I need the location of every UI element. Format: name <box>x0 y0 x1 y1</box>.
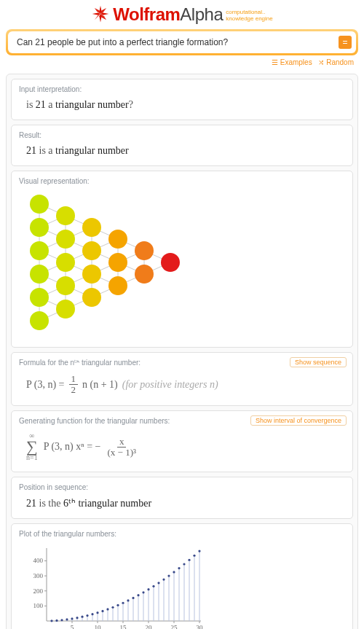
svg-point-119 <box>106 608 108 610</box>
svg-point-99 <box>55 620 58 622</box>
svg-point-57 <box>30 288 49 307</box>
pod-formula: Show sequence Formula for the nᵗʰ triang… <box>11 352 353 406</box>
search-bar: = <box>8 31 356 53</box>
pod-visual: Visual representation: <box>11 171 353 348</box>
pod-content: is 21 a triangular number? <box>19 98 345 112</box>
svg-point-153 <box>193 555 195 557</box>
svg-point-68 <box>108 230 127 249</box>
svg-point-69 <box>108 253 127 272</box>
sublinks: ☰ Examples ⤭ Random <box>0 55 364 71</box>
svg-point-61 <box>56 253 75 272</box>
svg-point-121 <box>111 606 114 609</box>
svg-text:20: 20 <box>146 624 153 629</box>
svg-point-58 <box>30 311 49 330</box>
svg-text:25: 25 <box>171 624 178 629</box>
svg-point-141 <box>162 578 165 580</box>
brand-text: WolframAlpha <box>113 4 223 25</box>
svg-text:10: 10 <box>95 624 102 629</box>
results-panel: Input interpretation: is 21 a triangular… <box>6 74 358 629</box>
svg-point-53 <box>30 195 49 214</box>
pod-plot: Plot of the triangular numbers: 10020030… <box>11 523 353 629</box>
svg-point-133 <box>142 591 144 593</box>
svg-text:300: 300 <box>33 572 44 579</box>
svg-text:100: 100 <box>33 602 44 609</box>
svg-point-125 <box>122 602 124 604</box>
svg-point-66 <box>82 265 101 284</box>
svg-point-109 <box>81 616 83 618</box>
search-container: = <box>6 29 358 55</box>
svg-point-131 <box>137 594 139 596</box>
svg-text:400: 400 <box>33 557 44 564</box>
svg-point-107 <box>76 617 78 619</box>
svg-text:5: 5 <box>71 624 74 629</box>
header: WolframAlpha computational..knowledge en… <box>0 0 364 28</box>
svg-point-56 <box>30 265 49 284</box>
svg-point-97 <box>50 620 52 622</box>
random-icon: ⤭ <box>318 58 326 66</box>
pod-content: 21 is the 6ᵗʰ triangular number <box>19 496 345 511</box>
svg-text:15: 15 <box>120 624 127 629</box>
pod-title: Position in sequence: <box>19 483 345 491</box>
compute-button[interactable]: = <box>339 36 352 49</box>
svg-point-123 <box>116 604 119 606</box>
examples-icon: ☰ <box>272 58 280 66</box>
spikey-icon <box>91 4 110 26</box>
svg-point-55 <box>30 241 49 260</box>
svg-point-135 <box>147 588 149 590</box>
svg-point-105 <box>71 617 73 620</box>
svg-point-111 <box>86 614 88 617</box>
pod-title: Plot of the triangular numbers: <box>19 530 345 538</box>
svg-point-149 <box>183 563 185 565</box>
svg-point-65 <box>82 241 101 260</box>
triangle-visual <box>23 190 213 335</box>
svg-point-115 <box>96 612 98 614</box>
plot-chart: 10020030040051015202530 <box>19 542 345 629</box>
logo[interactable]: WolframAlpha computational..knowledge en… <box>91 4 272 26</box>
search-input[interactable] <box>15 36 339 48</box>
svg-point-103 <box>66 618 68 620</box>
pod-title: Visual representation: <box>19 177 345 185</box>
svg-point-113 <box>91 613 93 615</box>
gf-content: ∞ ∑ n=1 P (3, n) xⁿ = − x(x − 1)³ <box>19 429 345 464</box>
pod-generating-function: Show interval of convergence Generating … <box>11 410 353 472</box>
svg-point-145 <box>173 571 175 573</box>
svg-point-101 <box>60 619 63 621</box>
svg-point-59 <box>56 206 75 225</box>
pod-title: Input interpretation: <box>19 85 345 93</box>
svg-point-54 <box>30 218 49 237</box>
show-sequence-button[interactable]: Show sequence <box>290 357 347 367</box>
svg-text:30: 30 <box>197 624 204 629</box>
random-link[interactable]: Random <box>326 58 354 66</box>
examples-link[interactable]: Examples <box>280 58 312 66</box>
svg-point-129 <box>132 597 134 599</box>
svg-point-127 <box>127 599 129 601</box>
svg-point-70 <box>108 276 127 295</box>
equals-icon: = <box>342 37 347 47</box>
svg-text:200: 200 <box>33 587 44 595</box>
svg-point-147 <box>178 567 180 569</box>
svg-point-143 <box>167 575 170 577</box>
svg-point-139 <box>157 582 159 584</box>
svg-point-155 <box>198 550 200 552</box>
pod-result: Result: 21 is a triangular number <box>11 125 353 166</box>
svg-point-62 <box>56 276 75 295</box>
svg-point-60 <box>56 230 75 249</box>
svg-point-117 <box>101 610 103 612</box>
pod-input-interpretation: Input interpretation: is 21 a triangular… <box>11 79 353 120</box>
tagline: computational..knowledge engine <box>226 4 273 22</box>
svg-point-64 <box>82 218 101 237</box>
svg-point-151 <box>188 559 190 561</box>
svg-point-137 <box>152 585 154 587</box>
pod-content: 21 is a triangular number <box>19 144 345 158</box>
pod-title: Result: <box>19 131 345 139</box>
svg-point-63 <box>56 300 75 319</box>
pod-position: Position in sequence: 21 is the 6ᵗʰ tria… <box>11 477 353 519</box>
formula-content: P (3, n) = 12 n (n + 1) (for positive in… <box>19 371 345 398</box>
svg-point-67 <box>82 288 101 307</box>
svg-point-73 <box>161 253 180 272</box>
show-interval-button[interactable]: Show interval of convergence <box>250 415 347 426</box>
svg-point-72 <box>135 265 154 284</box>
svg-point-71 <box>135 241 154 260</box>
